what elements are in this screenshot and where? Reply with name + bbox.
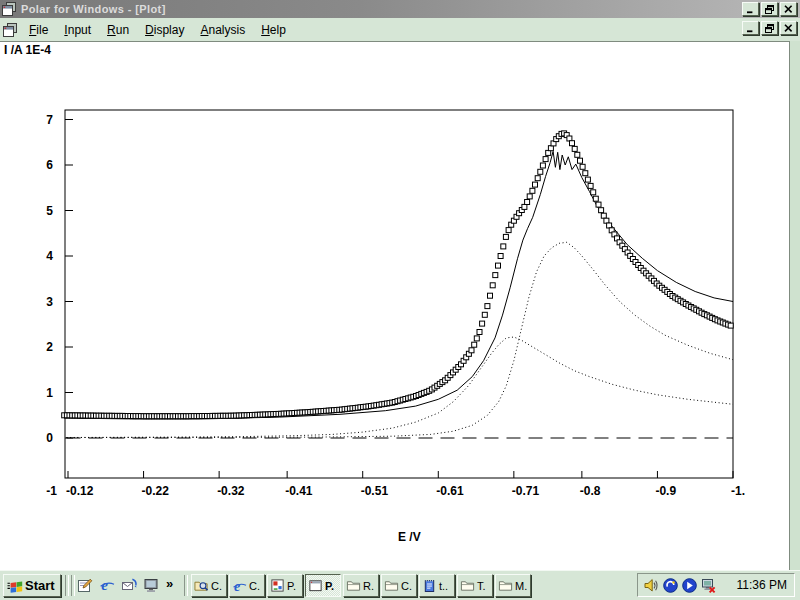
task-label: R. (363, 580, 374, 592)
y-axis-title: I /A 1E-4 (4, 43, 51, 57)
y-tick-label: 2 (46, 340, 53, 354)
x-tick-label: -0.61 (436, 484, 464, 498)
outlook-express-icon[interactable] (121, 577, 137, 593)
taskbar: Start e » C.eC.P.P.R.C.t..T.M. 11:36 PM (0, 570, 800, 600)
close-icon (784, 5, 793, 14)
x-tick-label: -0.9 (655, 484, 676, 498)
plot-client-area: 76543210-1-0.12-0.22-0.32-0.41-0.51-0.61… (0, 41, 790, 570)
x-tick-label: -1. (731, 484, 745, 498)
taskbar-button-6[interactable]: C. (381, 574, 417, 597)
tray-icons (643, 577, 717, 594)
window-title: Polar for Windows - [Plot] (21, 3, 166, 15)
windows-logo-icon (6, 578, 24, 594)
app-red-icon (270, 578, 285, 593)
menu-run[interactable]: Run (99, 20, 137, 40)
document-minimize-button[interactable] (742, 21, 759, 35)
plot-canvas: 76543210-1-0.12-0.22-0.32-0.41-0.51-0.61… (0, 42, 789, 569)
start-label: Start (25, 578, 55, 593)
y-min-label: -1 (46, 484, 57, 498)
minimize-icon (746, 5, 755, 14)
find-folder-icon (194, 578, 209, 593)
y-tick-label: 7 (46, 113, 53, 127)
y-tick-label: 3 (46, 295, 53, 309)
folder-icon (460, 578, 475, 593)
restore-icon (765, 5, 774, 14)
y-tick-label: 6 (46, 158, 53, 172)
document-restore-button[interactable] (761, 21, 778, 35)
series-component-1 (67, 337, 734, 438)
x-tick-label: -0.22 (142, 484, 170, 498)
minimize-icon (746, 24, 755, 33)
folder-icon (384, 578, 399, 593)
window-close-button[interactable] (780, 2, 797, 16)
window-minimize-button[interactable] (742, 2, 759, 16)
taskbar-button-4-active[interactable]: P. (305, 574, 341, 597)
menu-help[interactable]: Help (253, 20, 294, 40)
y-tick-label: 1 (46, 386, 53, 400)
menu-items: FileInputRunDisplayAnalysisHelp (21, 20, 294, 40)
taskbar-button-5[interactable]: R. (343, 574, 379, 597)
task-label: C. (249, 580, 260, 592)
app-icon[interactable] (2, 2, 16, 16)
y-tick-label: 5 (46, 204, 53, 218)
desktop-strip (790, 41, 800, 570)
task-label: C. (401, 580, 412, 592)
document-system-menu-icon[interactable] (3, 23, 17, 37)
document-close-button[interactable] (780, 21, 797, 35)
close-icon (784, 24, 793, 33)
restore-icon (765, 24, 774, 33)
start-button[interactable]: Start (3, 574, 61, 597)
x-axis-title: E /V (398, 530, 421, 544)
volume-icon[interactable] (643, 577, 660, 594)
show-desktop-icon[interactable] (77, 577, 93, 593)
taskbar-button-2[interactable]: eC. (229, 574, 265, 597)
taskbar-divider (184, 575, 188, 596)
titlebar: Polar for Windows - [Plot] (0, 0, 800, 18)
taskbar-button-7[interactable]: t.. (419, 574, 455, 597)
internet-explorer-icon[interactable]: e (99, 577, 115, 593)
x-tick-label: -0.8 (580, 484, 601, 498)
taskbar-button-1[interactable]: C. (191, 574, 227, 597)
window-restore-button[interactable] (761, 2, 778, 16)
menu-display[interactable]: Display (137, 20, 192, 40)
task-label: P. (325, 580, 334, 592)
window-icon (308, 578, 323, 593)
taskbar-button-9[interactable]: M. (495, 574, 531, 597)
notepad-icon (422, 578, 437, 593)
taskbar-divider (65, 575, 69, 596)
system-tray: 11:36 PM (637, 573, 795, 597)
task-label: T. (477, 580, 486, 592)
media-swirl-icon[interactable] (662, 577, 679, 594)
x-tick-label: -0.32 (217, 484, 245, 498)
task-label: t.. (439, 580, 448, 592)
quick-launch-drag-handle[interactable] (71, 575, 75, 596)
monitor-icon[interactable] (143, 577, 159, 593)
network-offline-icon[interactable] (700, 577, 717, 594)
x-tick-label: -0.41 (285, 484, 313, 498)
folder-icon (346, 578, 361, 593)
x-tick-label: -0.71 (512, 484, 540, 498)
x-tick-label: -0.51 (361, 484, 389, 498)
series-experimental (62, 131, 734, 419)
x-tick-label: -0.12 (66, 484, 94, 498)
taskbar-button-8[interactable]: T. (457, 574, 493, 597)
menubar: FileInputRunDisplayAnalysisHelp (0, 18, 800, 41)
menu-file[interactable]: File (21, 20, 56, 40)
y-tick-label: 4 (46, 249, 53, 263)
series-fit (64, 151, 733, 419)
taskbar-button-3[interactable]: P. (267, 574, 303, 597)
task-label: M. (515, 580, 527, 592)
menu-analysis[interactable]: Analysis (192, 20, 253, 40)
task-label: P. (287, 580, 296, 592)
y-tick-label: 0 (46, 431, 53, 445)
plot-frame (65, 110, 733, 478)
menu-input[interactable]: Input (56, 20, 99, 40)
internet-explorer-icon: e (232, 578, 247, 593)
taskbar-clock: 11:36 PM (737, 578, 794, 592)
task-label: C. (211, 580, 222, 592)
folder-icon (498, 578, 513, 593)
media-play-icon[interactable] (681, 577, 698, 594)
document-controls (742, 21, 797, 35)
window-controls (742, 2, 797, 16)
quick-launch-overflow-chevron[interactable]: » (166, 576, 173, 591)
